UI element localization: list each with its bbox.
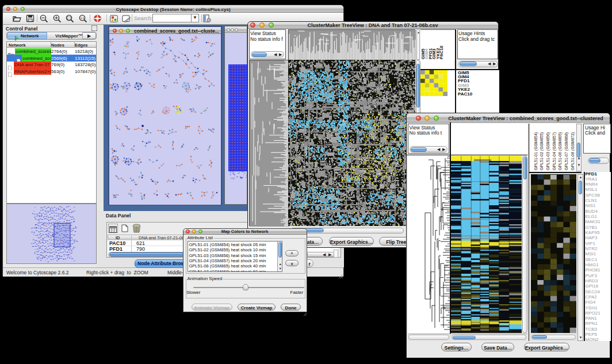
svg-text:GPL51-07 (GSM868): GPL51-07 (GSM868) [564,132,569,170]
svg-text:1:1: 1:1 [81,17,85,20]
svg-text:GPL51-08 (GSM872): GPL51-08 (GSM872) [570,132,575,170]
svg-text:GPL51-03 (GSM856): GPL51-03 (GSM856) [545,132,550,170]
svg-text:GPL51-02 (GSM855): GPL51-02 (GSM855) [540,132,544,170]
svg-text:GPL51-04 (GSM857): GPL51-04 (GSM857) [552,132,556,170]
svg-text:GPL51-01 (GSM854): GPL51-01 (GSM854) [533,132,538,170]
svg-text:PAC10: PAC10 [439,45,444,59]
svg-text:GPL51-06 (GSM865): GPL51-06 (GSM865) [558,132,563,170]
